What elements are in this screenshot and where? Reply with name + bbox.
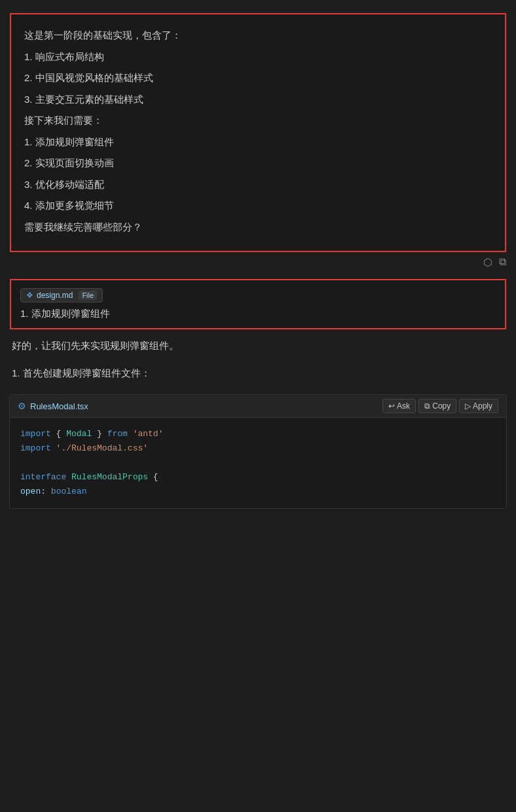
code-block-header: ⚙ RulesModal.tsx ↩ Ask ⧉ Copy ▷ Apply — [10, 395, 506, 418]
code-block: ⚙ RulesModal.tsx ↩ Ask ⧉ Copy ▷ Apply im… — [9, 394, 507, 509]
block1-next-label: 接下来我们需要： — [24, 111, 492, 130]
code-line-1: import { Modal } from 'antd' — [20, 427, 496, 441]
code-line-5: open: boolean — [20, 485, 496, 499]
block2-item-text: 1. 添加规则弹窗组件 — [20, 308, 496, 320]
code-line-2: import './RulesModal.css' — [20, 441, 496, 456]
ask-button[interactable]: ↩ Ask — [382, 399, 416, 413]
block1-next-1: 1. 添加规则弹窗组件 — [24, 133, 492, 152]
response-line2: 1. 首先创建规则弹窗组件文件： — [0, 362, 516, 390]
copy-button[interactable]: ⧉ Copy — [418, 399, 456, 413]
code-line-4: interface RulesModalProps { — [20, 470, 496, 485]
message-block-1: 这是第一阶段的基础实现，包含了： 1. 响应式布局结构 2. 中国风视觉风格的基… — [10, 13, 506, 252]
block1-done-3: 3. 主要交互元素的基础样式 — [24, 90, 492, 109]
file-tag: ❖ design.md File — [20, 288, 103, 303]
block1-next-4: 4. 添加更多视觉细节 — [24, 196, 492, 215]
page-container: 这是第一阶段的基础实现，包含了： 1. 响应式布局结构 2. 中国风视觉风格的基… — [0, 0, 516, 812]
message-block-2: ❖ design.md File 1. 添加规则弹窗组件 — [10, 279, 506, 329]
code-actions: ↩ Ask ⧉ Copy ▷ Apply — [382, 399, 498, 413]
code-content: import { Modal } from 'antd' import './R… — [10, 418, 506, 508]
block1-intro: 这是第一阶段的基础实现，包含了： — [24, 26, 492, 45]
code-line-3 — [20, 456, 496, 470]
code-filename-text: RulesModal.tsx — [30, 401, 88, 411]
code-filename: ⚙ RulesModal.tsx — [18, 401, 88, 411]
file-tag-icon: ❖ — [26, 291, 33, 300]
file-badge: File — [79, 291, 97, 300]
block1-question: 需要我继续完善哪些部分？ — [24, 218, 492, 237]
cube-icon[interactable]: ⬡ — [483, 256, 492, 268]
copy-bottom-icon[interactable]: ⧉ — [499, 256, 506, 268]
block1-next-3: 3. 优化移动端适配 — [24, 175, 492, 194]
block1-done-1: 1. 响应式布局结构 — [24, 48, 492, 67]
block1-bottom-bar: ⬡ ⧉ — [0, 252, 516, 272]
block1-next-2: 2. 实现页面切换动画 — [24, 154, 492, 173]
block1-done-2: 2. 中国风视觉风格的基础样式 — [24, 69, 492, 88]
block1-content: 这是第一阶段的基础实现，包含了： 1. 响应式布局结构 2. 中国风视觉风格的基… — [24, 26, 492, 236]
code-file-icon: ⚙ — [18, 401, 26, 411]
response-line1: 好的，让我们先来实现规则弹窗组件。 — [0, 329, 516, 362]
file-tag-name: design.md — [37, 291, 73, 300]
apply-button[interactable]: ▷ Apply — [459, 399, 498, 413]
